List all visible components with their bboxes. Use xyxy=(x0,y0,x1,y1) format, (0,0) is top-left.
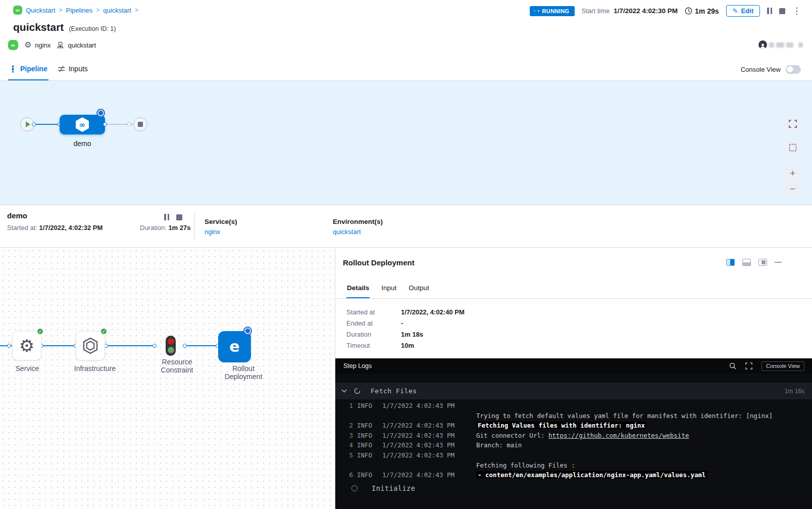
log-section-duration: 1m 16s xyxy=(785,388,804,395)
avatar-icon[interactable] xyxy=(758,40,767,49)
step-node-infrastructure[interactable] xyxy=(76,331,105,360)
edge xyxy=(185,345,218,346)
environment-link[interactable]: quickstart xyxy=(333,228,383,236)
pencil-icon: ✎ xyxy=(733,7,738,15)
step-panel-title: Rollout Deployment xyxy=(343,258,415,267)
environment-icon xyxy=(57,41,64,49)
fullscreen-button[interactable] xyxy=(784,115,801,132)
divider xyxy=(194,212,195,241)
elapsed-value: 1m 29s xyxy=(695,7,719,15)
pipeline-end-node[interactable] xyxy=(133,117,147,131)
log-section-initialize[interactable]: Initialize xyxy=(335,480,812,497)
connector-dot xyxy=(153,344,157,348)
edge xyxy=(107,345,155,346)
status-text: RUNNING xyxy=(542,8,569,14)
play-icon xyxy=(26,121,30,127)
zoom-out-button[interactable]: − xyxy=(784,184,801,194)
step-node-service[interactable]: ⚙ xyxy=(12,331,41,360)
step-label-rollout-deployment: Rollout Deployment xyxy=(211,364,276,381)
marquee-select-icon xyxy=(789,144,797,152)
step-logs-title: Step Logs xyxy=(343,362,372,369)
infrastructure-hexagon-icon xyxy=(82,337,98,354)
console-view-toggle[interactable] xyxy=(786,65,801,74)
expand-icon[interactable] xyxy=(745,362,752,369)
environments-label: Environment(s) xyxy=(333,218,383,225)
page-title: quickstart xyxy=(13,21,64,33)
pipeline-icon xyxy=(9,65,17,73)
tab-pipeline-label: Pipeline xyxy=(20,65,47,73)
edit-label: Edit xyxy=(741,7,753,15)
layout-floating-icon[interactable] xyxy=(758,259,767,266)
stop-square-icon xyxy=(138,122,143,127)
breadcrumb-separator: > xyxy=(59,7,63,14)
log-section-name: Initialize xyxy=(372,484,415,492)
service-link[interactable]: nginx xyxy=(205,228,237,236)
tab-pipeline[interactable]: Pipeline xyxy=(8,58,48,80)
step-node-resource-constraint[interactable] xyxy=(166,336,176,356)
breadcrumb-separator: > xyxy=(96,7,99,14)
layout-split-right-icon[interactable] xyxy=(726,259,735,266)
edit-button[interactable]: ✎ Edit xyxy=(726,5,760,17)
services-label: Service(s) xyxy=(205,218,237,225)
marquee-select-button[interactable] xyxy=(784,139,801,156)
step-label-service: Service xyxy=(6,364,48,373)
top-header: ∞ Quickstart > Pipelines > quickstart > … xyxy=(0,0,812,58)
edge xyxy=(42,345,76,346)
step-details-table: Started at 1/7/2022, 4:02:40 PM Ended at… xyxy=(346,308,465,353)
success-check-icon: ✓ xyxy=(100,328,108,335)
step-label-resource-constraint: Resource Constraint xyxy=(145,358,209,374)
log-link[interactable]: https://github.com/kubernetes/website xyxy=(548,432,689,439)
stage-node-demo[interactable]: ∞ xyxy=(60,115,105,134)
breadcrumb-pipelines[interactable]: Pipelines xyxy=(66,7,93,14)
log-section-fetch-files[interactable]: Fetch Files 1m 16s xyxy=(335,383,812,399)
detail-row: Started at 1/7/2022, 4:02:40 PM xyxy=(346,308,465,316)
step-node-rollout-deployment[interactable]: e xyxy=(218,331,251,362)
service-chip-label: nginx xyxy=(35,41,50,49)
detail-row: Timeout 10m xyxy=(346,342,465,349)
execution-graph-canvas[interactable]: ⚙ ✓ ✓ e Service Infrastructure Resource … xyxy=(0,248,335,509)
abort-pipeline-button[interactable] xyxy=(779,8,785,14)
pause-pipeline-button[interactable] xyxy=(767,8,772,14)
elapsed-time: 1m 29s xyxy=(685,7,719,15)
breadcrumb-project[interactable]: Quickstart xyxy=(26,7,56,14)
redacted-text xyxy=(769,42,774,48)
redacted-text xyxy=(786,42,793,48)
tab-inputs[interactable]: Inputs xyxy=(57,58,89,80)
loading-dot-icon xyxy=(538,10,539,12)
execution-status-row: RUNNING Start time 1/7/2022 4:02:30 PM 1… xyxy=(530,5,801,17)
tab-output[interactable]: Output xyxy=(408,278,430,298)
log-lines: 1INFO1/7/2022 4:02:43 PM Trying to fetch… xyxy=(335,401,812,480)
step-details-panel: Rollout Deployment Details Input Output … xyxy=(335,248,812,509)
tab-details[interactable]: Details xyxy=(346,278,370,298)
pause-stage-button[interactable] xyxy=(164,214,169,220)
tab-input[interactable]: Input xyxy=(381,278,397,298)
stop-stage-button[interactable] xyxy=(176,214,182,220)
view-tab-bar: Pipeline Inputs Console View xyxy=(0,58,812,81)
success-check-icon: ✓ xyxy=(36,328,44,335)
environment-chip[interactable]: quickstart xyxy=(57,41,96,49)
log-line: 6INFO1/7/2022 4:02:43 PM - content/en/ex… xyxy=(335,470,812,480)
step-logs-console: Step Logs Console View xyxy=(335,358,812,509)
redacted-text xyxy=(776,42,784,48)
breadcrumb-pipeline[interactable]: quickstart xyxy=(103,7,131,14)
step-logs-header: Step Logs Console View xyxy=(335,358,812,374)
stage-bar-title: demo xyxy=(7,211,27,220)
layout-split-bottom-icon[interactable] xyxy=(742,259,751,266)
minimize-panel-icon[interactable] xyxy=(775,262,782,263)
environment-chip-label: quickstart xyxy=(68,41,96,49)
clock-icon xyxy=(685,7,692,15)
service-chip[interactable]: ⚙ nginx xyxy=(24,41,50,49)
running-spinner-badge xyxy=(244,328,251,334)
zoom-controls: + − xyxy=(784,165,801,197)
console-view-button[interactable]: Console View xyxy=(762,361,804,371)
zoom-in-button[interactable]: + xyxy=(784,168,801,178)
pipeline-graph-canvas[interactable]: ∞ demo + − xyxy=(0,81,812,205)
connector-dot xyxy=(7,344,11,348)
connector-dot xyxy=(127,122,131,126)
start-time-label: Start time xyxy=(582,7,610,15)
gear-icon: ⚙ xyxy=(24,41,31,49)
cd-module-icon: ∞ xyxy=(8,40,18,50)
connector-dot xyxy=(183,344,187,348)
search-icon[interactable] xyxy=(729,362,736,369)
kebab-menu-icon[interactable]: ⋮ xyxy=(792,7,801,15)
